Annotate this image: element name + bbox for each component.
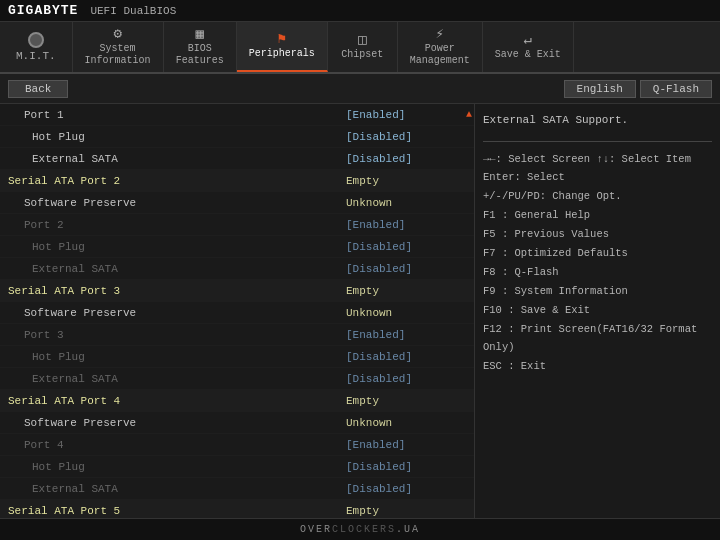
section-port4: Serial ATA Port 4 Empty — [0, 390, 474, 412]
section-port5: Serial ATA Port 5 Empty — [0, 500, 474, 518]
setting-row-hotplug4[interactable]: Hot Plug [Disabled] — [0, 456, 474, 478]
value-preserve4: Unknown — [346, 417, 466, 429]
language-button[interactable]: English — [564, 80, 636, 98]
action-right: English Q-Flash — [564, 80, 712, 98]
setting-row-port3[interactable]: Port 3 [Enabled] — [0, 324, 474, 346]
bios-version: UEFI DualBIOS — [90, 5, 176, 17]
label-hotplug1: Hot Plug — [8, 131, 346, 143]
setting-row-port4[interactable]: Port 4 [Enabled] — [0, 434, 474, 456]
value-extsata2: [Disabled] — [346, 263, 466, 275]
tab-mit-label: M.I.T. — [16, 50, 56, 62]
setting-row-port2[interactable]: Port 2 [Enabled] — [0, 214, 474, 236]
label-port3-section: Serial ATA Port 3 — [8, 285, 346, 297]
value-port3-section: Empty — [346, 285, 466, 297]
help-description: External SATA Support. — [483, 112, 712, 129]
label-extsata1: External SATA — [8, 153, 346, 165]
help-key-f7: F7 : Optimized Defaults — [483, 244, 712, 263]
tab-mit[interactable]: M.I.T. — [0, 22, 73, 72]
top-bar: GIGABYTE UEFI DualBIOS — [0, 0, 720, 22]
value-extsata4: [Disabled] — [346, 483, 466, 495]
label-preserve4: Software Preserve — [8, 417, 346, 429]
footer-text: OVERCLOCKERS.UA — [300, 524, 420, 535]
setting-row-preserve2[interactable]: Software Preserve Unknown — [0, 192, 474, 214]
setting-row-extsata4[interactable]: External SATA [Disabled] — [0, 478, 474, 500]
help-panel: External SATA Support. →←: Select Screen… — [475, 104, 720, 518]
help-key-f8: F8 : Q-Flash — [483, 263, 712, 282]
peripherals-icon: ⚑ — [277, 32, 285, 46]
action-bar: Back English Q-Flash — [0, 74, 720, 104]
section-port2: Serial ATA Port 2 Empty — [0, 170, 474, 192]
tab-save-exit[interactable]: ↵ Save & Exit — [483, 22, 574, 72]
label-hotplug3: Hot Plug — [8, 351, 346, 363]
label-port4: Port 4 — [8, 439, 346, 451]
value-preserve2: Unknown — [346, 197, 466, 209]
power-icon: ⚡ — [435, 27, 443, 41]
help-key-f12: F12 : Print Screen(FAT16/32 Format Only) — [483, 320, 712, 358]
tab-sysinfo-label: SystemInformation — [85, 43, 151, 67]
value-hotplug4: [Disabled] — [346, 461, 466, 473]
mit-icon — [28, 32, 44, 48]
chipset-icon: ◫ — [358, 33, 366, 47]
help-key-f1: F1 : General Help — [483, 206, 712, 225]
tab-bios-label: BIOSFeatures — [176, 43, 224, 67]
setting-row-extsata2[interactable]: External SATA [Disabled] — [0, 258, 474, 280]
bios-icon: ▦ — [195, 27, 203, 41]
brand-name: GIGABYTE — [8, 3, 78, 18]
value-port2: [Enabled] — [346, 219, 466, 231]
setting-row-extsata3[interactable]: External SATA [Disabled] — [0, 368, 474, 390]
tab-power-management[interactable]: ⚡ PowerManagement — [398, 22, 483, 72]
label-hotplug2: Hot Plug — [8, 241, 346, 253]
main-content: Port 1 [Enabled] ▲ Hot Plug [Disabled] E… — [0, 104, 720, 518]
label-port4-section: Serial ATA Port 4 — [8, 395, 346, 407]
setting-row-extsata1[interactable]: External SATA [Disabled] — [0, 148, 474, 170]
save-icon: ↵ — [523, 33, 531, 47]
qflash-button[interactable]: Q-Flash — [640, 80, 712, 98]
value-port4: [Enabled] — [346, 439, 466, 451]
section-port3: Serial ATA Port 3 Empty — [0, 280, 474, 302]
tab-chipset[interactable]: ◫ Chipset — [328, 22, 398, 72]
setting-row-preserve3[interactable]: Software Preserve Unknown — [0, 302, 474, 324]
label-hotplug4: Hot Plug — [8, 461, 346, 473]
setting-row-hotplug3[interactable]: Hot Plug [Disabled] — [0, 346, 474, 368]
help-key-f9: F9 : System Information — [483, 282, 712, 301]
help-separator — [483, 141, 712, 142]
help-key-arrows: →←: Select Screen ↑↓: Select Item — [483, 150, 712, 169]
label-extsata2: External SATA — [8, 263, 346, 275]
help-key-esc: ESC : Exit — [483, 357, 712, 376]
setting-row-hotplug1[interactable]: Hot Plug [Disabled] — [0, 126, 474, 148]
nav-tabs: M.I.T. ⚙ SystemInformation ▦ BIOSFeature… — [0, 22, 720, 74]
label-port2: Port 2 — [8, 219, 346, 231]
value-hotplug2: [Disabled] — [346, 241, 466, 253]
tab-power-label: PowerManagement — [410, 43, 470, 67]
back-button[interactable]: Back — [8, 80, 68, 98]
label-port3: Port 3 — [8, 329, 346, 341]
setting-row-hotplug2[interactable]: Hot Plug [Disabled] — [0, 236, 474, 258]
value-port5-section: Empty — [346, 505, 466, 517]
help-key-enter: Enter: Select — [483, 168, 712, 187]
scroll-up-arrow: ▲ — [466, 109, 472, 120]
value-hotplug1: [Disabled] — [346, 131, 466, 143]
tab-peripherals[interactable]: ⚑ Peripherals — [237, 22, 328, 72]
value-port4-section: Empty — [346, 395, 466, 407]
footer: OVERCLOCKERS.UA — [0, 518, 720, 540]
label-port5-section: Serial ATA Port 5 — [8, 505, 346, 517]
value-port2-section: Empty — [346, 175, 466, 187]
value-extsata1: [Disabled] — [346, 153, 466, 165]
value-preserve3: Unknown — [346, 307, 466, 319]
label-port1: Port 1 — [8, 109, 346, 121]
label-extsata3: External SATA — [8, 373, 346, 385]
label-preserve2: Software Preserve — [8, 197, 346, 209]
settings-panel: Port 1 [Enabled] ▲ Hot Plug [Disabled] E… — [0, 104, 475, 518]
help-key-f10: F10 : Save & Exit — [483, 301, 712, 320]
setting-row-port1[interactable]: Port 1 [Enabled] ▲ — [0, 104, 474, 126]
setting-row-preserve4[interactable]: Software Preserve Unknown — [0, 412, 474, 434]
label-extsata4: External SATA — [8, 483, 346, 495]
tab-system-information[interactable]: ⚙ SystemInformation — [73, 22, 164, 72]
value-extsata3: [Disabled] — [346, 373, 466, 385]
label-port2-section: Serial ATA Port 2 — [8, 175, 346, 187]
tab-chipset-label: Chipset — [341, 49, 383, 61]
tab-save-label: Save & Exit — [495, 49, 561, 61]
value-port3: [Enabled] — [346, 329, 466, 341]
tab-bios-features[interactable]: ▦ BIOSFeatures — [164, 22, 237, 72]
label-preserve3: Software Preserve — [8, 307, 346, 319]
